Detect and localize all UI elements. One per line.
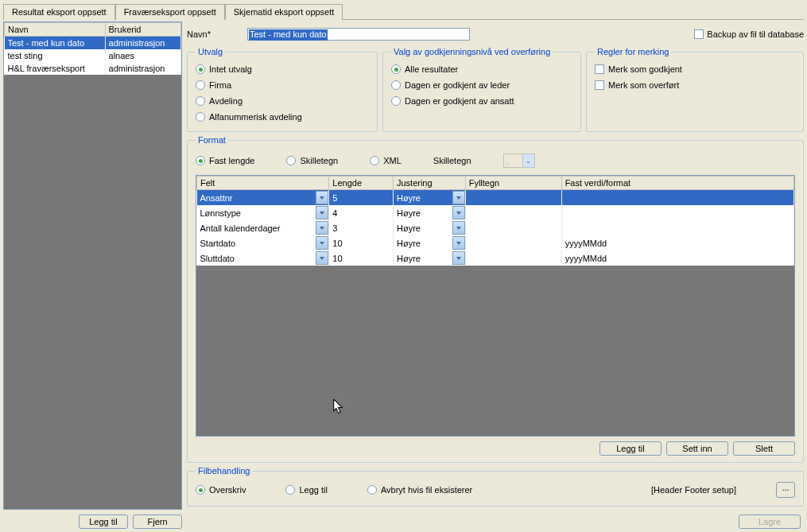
navn-label: Navn* [187, 29, 242, 39]
chevron-down-icon[interactable] [316, 221, 328, 235]
backup-label: Backup av fil til database [707, 29, 804, 39]
format-radio-1[interactable] [286, 156, 296, 165]
col-brukerid[interactable]: Brukerid [105, 23, 180, 37]
utvalg-radio-1[interactable] [196, 80, 205, 90]
chevron-down-icon[interactable] [452, 206, 465, 219]
utvalg-legend: Utvalg [196, 47, 225, 56]
valg-legend: Valg av godkjenningsnivå ved overføring [391, 47, 553, 56]
table-row[interactable]: Lønnstype4Høyre [197, 205, 794, 220]
regler-fieldset: Regler for merking Merk som godkjentMerk… [586, 47, 804, 132]
filbehandling-label-0: Overskriv [209, 485, 246, 495]
valg-radio-0[interactable] [391, 64, 401, 74]
header-footer-button[interactable]: ... [776, 482, 795, 498]
backup-checkbox[interactable] [694, 29, 704, 39]
list-item[interactable]: H&L fraværseksportadministrasjon [5, 62, 181, 75]
chevron-down-icon[interactable] [316, 191, 328, 204]
grid-header[interactable]: Felt [197, 177, 329, 190]
filbehandling-radio-1[interactable] [285, 485, 295, 495]
tab-fravaer[interactable]: Fraværseksport oppsett [115, 4, 225, 20]
valg-radio-1[interactable] [391, 80, 401, 90]
filbehandling-label-1: Legg til [299, 485, 327, 495]
grid-insert-button[interactable]: Sett inn [666, 441, 728, 456]
chevron-down-icon[interactable] [452, 221, 465, 235]
table-row[interactable]: Antall kalenderdager3Høyre [197, 220, 794, 235]
utvalg-label-3: Alfanummerisk avdeling [209, 112, 302, 122]
regler-label-1: Merk som overført [608, 80, 679, 90]
utvalg-label-2: Avdeling [209, 96, 242, 106]
valg-label-1: Dagen er godkjent av leder [405, 80, 510, 90]
regler-label-0: Merk som godkjent [608, 64, 682, 74]
list-item[interactable]: test stingalnaes [5, 49, 181, 62]
grid-header[interactable]: Lengde [329, 177, 394, 190]
header-footer-label: [Header Footer setup] [651, 485, 736, 495]
table-row[interactable]: Ansattnr5Høyre [197, 190, 794, 206]
grid-add-button[interactable]: Legg til [599, 441, 662, 456]
grid-header[interactable]: Fylltegn [465, 177, 561, 190]
table-row[interactable]: Startdato10HøyreyyyyMMdd [197, 235, 794, 250]
chevron-down-icon[interactable] [452, 191, 465, 204]
skilletegn-label: Skilletegn [433, 156, 471, 165]
utvalg-radio-2[interactable] [196, 96, 205, 106]
format-fieldset: Format Fast lengdeSkilletegnXMLSkilleteg… [187, 135, 804, 463]
filbehandling-legend: Filbehandling [196, 466, 252, 476]
grid-delete-button[interactable]: Slett [733, 441, 795, 456]
format-radio-label-0: Fast lengde [209, 156, 254, 165]
filbehandling-fieldset: Filbehandling OverskrivLegg tilAvbryt hv… [187, 466, 804, 507]
chevron-down-icon[interactable] [452, 251, 465, 265]
tab-skjematid[interactable]: Skjematid eksport oppsett [225, 4, 343, 20]
valg-radio-2[interactable] [391, 96, 401, 106]
grid-header[interactable]: Fast verdi/format [561, 177, 793, 190]
skilletegn-combo[interactable]: ,⌄ [503, 153, 535, 168]
utvalg-fieldset: Utvalg Intet utvalgFirmaAvdelingAlfanumm… [187, 47, 378, 132]
utvalg-label-1: Firma [209, 80, 231, 90]
format-radio-label-1: Skilletegn [300, 156, 338, 165]
filbehandling-radio-0[interactable] [196, 485, 205, 495]
chevron-down-icon[interactable] [452, 236, 465, 250]
format-radio-0[interactable] [196, 156, 205, 165]
list-remove-button[interactable]: Fjern [133, 515, 182, 529]
setup-list[interactable]: Navn Brukerid Test - med kun datoadminis… [3, 21, 182, 510]
tab-bar: Resultat eksport oppsett Fraværseksport … [3, 3, 804, 20]
chevron-down-icon[interactable] [316, 236, 328, 250]
filbehandling-radio-2[interactable] [367, 485, 377, 495]
regler-checkbox-0[interactable] [595, 64, 604, 74]
filbehandling-label-2: Avbryt hvis fil eksisterer [381, 485, 472, 495]
valg-label-0: Alle resultater [405, 64, 458, 74]
chevron-down-icon[interactable] [316, 206, 328, 219]
grid-header[interactable]: Justering [393, 177, 465, 190]
col-navn[interactable]: Navn [5, 23, 106, 37]
navn-input[interactable] [247, 28, 470, 41]
utvalg-radio-3[interactable] [196, 112, 205, 122]
format-radio-label-2: XML [383, 156, 402, 165]
list-add-button[interactable]: Legg til [79, 515, 128, 529]
table-row[interactable]: Sluttdato10HøyreyyyyMMdd [197, 250, 794, 266]
format-grid[interactable]: FeltLengdeJusteringFylltegnFast verdi/fo… [196, 175, 795, 437]
chevron-down-icon[interactable] [316, 251, 328, 265]
format-legend: Format [196, 135, 228, 145]
utvalg-radio-0[interactable] [196, 64, 205, 74]
valg-fieldset: Valg av godkjenningsnivå ved overføring … [382, 47, 581, 132]
tab-resultat[interactable]: Resultat eksport oppsett [3, 4, 115, 20]
regler-checkbox-1[interactable] [595, 80, 604, 90]
valg-label-2: Dagen er godkjent av ansatt [405, 96, 514, 106]
regler-legend: Regler for merking [595, 47, 671, 56]
list-item[interactable]: Test - med kun datoadministrasjon [5, 37, 181, 50]
utvalg-label-0: Intet utvalg [209, 64, 252, 74]
format-radio-2[interactable] [370, 156, 379, 165]
chevron-down-icon[interactable]: ⌄ [522, 154, 534, 167]
lagre-button[interactable]: Lagre [739, 515, 801, 529]
